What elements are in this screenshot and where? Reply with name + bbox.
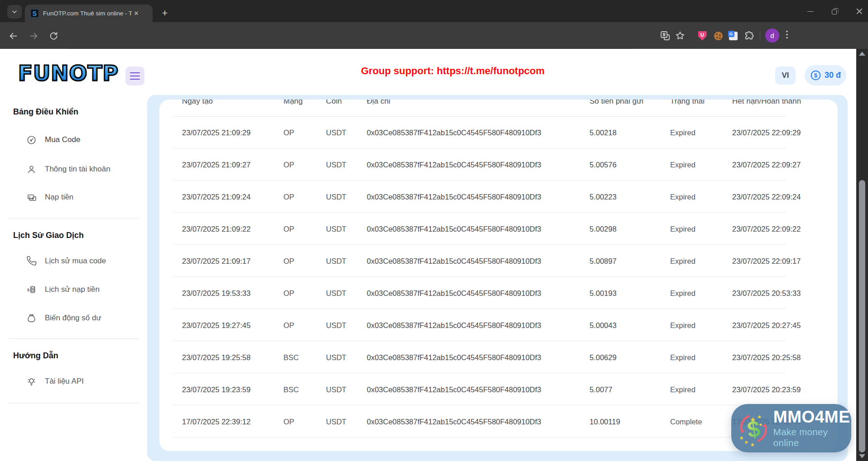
puzzle-icon [743, 30, 754, 41]
coins-icon: $ [26, 284, 37, 295]
web-page: FUNOTP Group support: https://t.me/funot… [0, 49, 856, 461]
support-link[interactable]: Group support: https://t.me/funotpcom [190, 65, 715, 77]
address-cell: 0x03Ce085387fF412ab15c0C4545F580F480910D… [367, 192, 541, 201]
column-header: Số tiền phải gửi [590, 100, 643, 107]
tab-close-icon[interactable]: ✕ [132, 9, 141, 18]
back-button[interactable] [7, 30, 19, 42]
translate-button[interactable] [660, 30, 671, 41]
badge-subtitle: Make money online [773, 427, 851, 448]
sidebar-item-label: Mua Code [45, 135, 80, 144]
sidebar-item[interactable]: Nạp tiền [26, 191, 73, 204]
address-cell: 0x03Ce085387fF412ab15c0C4545F580F480910D… [367, 353, 541, 361]
sidebar-item-label: Lịch sử nạp tiền [45, 285, 100, 294]
money-bag-icon [26, 313, 37, 323]
coin-cell: USDT [326, 224, 346, 233]
coin-cell: USDT [326, 417, 346, 426]
mmo4me-logo-icon: ★ ★ ★ ★ ★ ★ $ [735, 409, 772, 448]
table-row: 23/07/2025 19:53:33OPUSDT0x03Ce085387fF4… [159, 277, 838, 309]
chevron-down-icon [11, 9, 18, 15]
network-cell: OP [283, 289, 294, 297]
tab-search-button[interactable] [7, 5, 22, 19]
column-header: Mạng [283, 100, 303, 107]
sidebar-section-title: Bảng Điều Khiển [13, 107, 78, 117]
bulb-icon [26, 376, 37, 387]
sidebar-toggle-button[interactable] [125, 67, 144, 86]
sidebar-item[interactable]: $Lịch sử nạp tiền [26, 283, 100, 296]
table-row: 23/07/2025 19:27:45OPUSDT0x03Ce085387fF4… [159, 309, 838, 341]
address-cell: 0x03Ce085387fF412ab15c0C4545F580F480910D… [367, 385, 541, 394]
table-row: 23/07/2025 21:09:29OPUSDT0x03Ce085387fF4… [159, 116, 838, 148]
bookmark-button[interactable] [675, 30, 686, 41]
coin-cell: USDT [326, 353, 346, 361]
svg-text:★: ★ [744, 439, 748, 445]
restore-icon[interactable] [832, 8, 838, 14]
balance-button[interactable]: $ 30 đ [805, 65, 846, 86]
status-cell: Complete [670, 417, 702, 426]
status-cell: Expired [670, 160, 695, 169]
scrollbar-thumb[interactable] [859, 180, 865, 452]
network-cell: OP [283, 321, 294, 329]
forward-button[interactable] [28, 30, 39, 42]
sidebar-item[interactable]: Lịch sử mua code [26, 255, 106, 267]
expires-cell: 23/07/2025 20:27:45 [732, 321, 801, 329]
ublock-extension[interactable]: U [697, 30, 708, 41]
close-icon[interactable] [856, 8, 863, 14]
scroll-up-arrow-icon[interactable] [859, 52, 865, 56]
gtranslate-icon: G [729, 32, 738, 40]
sidebar-item[interactable]: Thông tin tài khoản [26, 163, 110, 176]
sidebar-item[interactable]: Mua Code [26, 133, 80, 146]
column-header: Ngày tạo [182, 100, 213, 107]
network-cell: OP [283, 160, 294, 169]
column-header: Hết hạn/Hoàn thành [732, 100, 801, 107]
gtranslate-extension[interactable]: G [728, 30, 739, 41]
amount-cell: 5.00223 [590, 192, 617, 201]
sidebar-item[interactable]: Tài liệu API [26, 375, 84, 388]
language-button[interactable]: VI [775, 67, 796, 85]
cookie-extension[interactable] [713, 30, 724, 41]
gauge-icon [26, 134, 37, 145]
badge-title: MMO4ME [773, 409, 851, 426]
sidebar-item-label: Biến động số dư [45, 314, 101, 323]
profile-avatar[interactable]: d [765, 29, 779, 43]
svg-text:$: $ [814, 72, 818, 79]
page-scrollbar[interactable] [856, 49, 868, 461]
created-at-cell: 23/07/2025 19:27:45 [182, 321, 250, 329]
user-icon [26, 164, 37, 175]
site-logo[interactable]: FUNOTP [18, 61, 119, 86]
network-cell: BSC [283, 353, 299, 361]
status-cell: Expired [670, 257, 695, 265]
mmo4me-badge[interactable]: ★ ★ ★ ★ ★ ★ $ MMO4ME Make money online [731, 404, 851, 452]
translate-icon [660, 30, 671, 41]
scroll-down-arrow-icon[interactable] [859, 454, 865, 458]
browser-tab[interactable]: S FunOTP.com Thuê sim online - Thu ✕ [25, 5, 153, 22]
sidebar-divider [9, 218, 139, 219]
back-arrow-icon [9, 31, 18, 41]
sidebar-section-title: Hướng Dẫn [13, 351, 58, 361]
toolbar-divider [760, 31, 760, 40]
network-cell: BSC [283, 385, 299, 394]
sidebar-item-label: Tài liệu API [45, 377, 84, 386]
address-cell: 0x03Ce085387fF412ab15c0C4545F580F480910D… [367, 417, 541, 426]
sidebar-item[interactable]: Biến động số dư [26, 312, 101, 324]
reload-button[interactable] [48, 30, 59, 42]
minimize-icon[interactable] [807, 8, 814, 14]
column-header: Trạng thái [670, 100, 705, 107]
table-row: 23/07/2025 21:09:22OPUSDT0x03Ce085387fF4… [159, 213, 838, 245]
sidebar-item-label: Thông tin tài khoản [45, 165, 110, 174]
reload-icon [49, 31, 58, 41]
status-cell: Expired [670, 224, 695, 233]
amount-cell: 5.00629 [590, 353, 617, 361]
dollar-circle-icon: $ [810, 70, 821, 81]
extensions-button[interactable] [743, 30, 754, 41]
address-cell: 0x03Ce085387fF412ab15c0C4545F580F480910D… [367, 321, 541, 329]
browser-menu-button[interactable] [785, 31, 789, 38]
table-row: 23/07/2025 19:25:58BSCUSDT0x03Ce085387fF… [159, 341, 838, 373]
status-cell: Expired [670, 289, 695, 297]
coin-cell: USDT [326, 289, 346, 297]
coin-cell: USDT [326, 192, 346, 201]
amount-cell: 10.00119 [590, 417, 620, 426]
created-at-cell: 23/07/2025 19:53:33 [182, 289, 250, 297]
status-cell: Expired [670, 128, 695, 137]
new-tab-button[interactable]: + [158, 6, 172, 20]
sidebar-section-title: Lịch Sử Giao Dịch [13, 230, 84, 240]
